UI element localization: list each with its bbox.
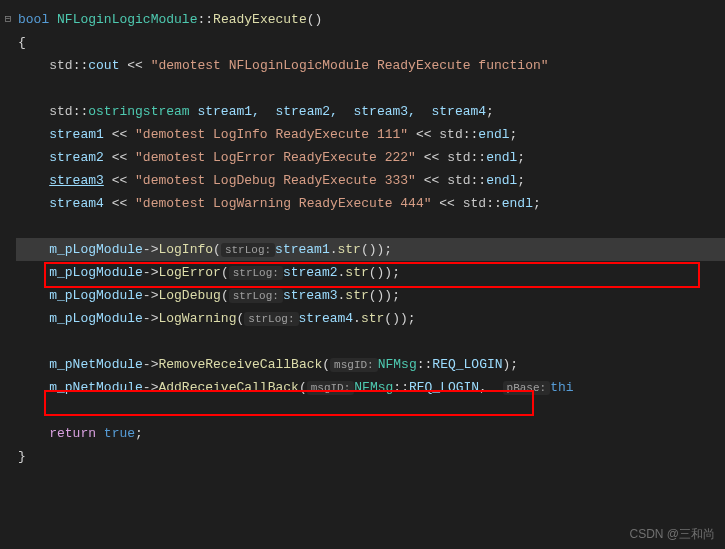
code-line[interactable]: stream2 << "demotest LogError ReadyExecu… <box>16 146 725 169</box>
code-line[interactable]: std::ostringstream stream1, stream2, str… <box>16 100 725 123</box>
code-line[interactable] <box>16 399 725 422</box>
param-hint: pBase: <box>503 381 551 395</box>
function-name: ReadyExecute <box>213 12 307 27</box>
keyword: bool <box>18 12 49 27</box>
code-line[interactable]: return true; <box>16 422 725 445</box>
code-content[interactable]: bool NFLoginLogicModule::ReadyExecute() … <box>0 8 725 468</box>
param-hint: strLog: <box>244 312 298 326</box>
code-line[interactable]: std::cout << "demotest NFLoginLogicModul… <box>16 54 725 77</box>
watermark: CSDN @三和尚 <box>629 526 715 543</box>
stream3-link[interactable]: stream3 <box>49 173 104 188</box>
brace-open: { <box>18 35 26 50</box>
code-line[interactable]: m_pLogModule->LogError(strLog:stream2.st… <box>16 261 725 284</box>
fold-icon[interactable]: ⊟ <box>0 8 16 31</box>
param-hint: strLog: <box>229 289 283 303</box>
param-hint: strLog: <box>221 243 275 257</box>
param-hint: strLog: <box>229 266 283 280</box>
code-line[interactable]: bool NFLoginLogicModule::ReadyExecute() <box>16 8 725 31</box>
code-line[interactable]: m_pLogModule->LogDebug(strLog:stream3.st… <box>16 284 725 307</box>
code-line[interactable] <box>16 330 725 353</box>
code-line[interactable]: stream1 << "demotest LogInfo ReadyExecut… <box>16 123 725 146</box>
code-editor[interactable]: ⊟ bool NFLoginLogicModule::ReadyExecute(… <box>0 0 725 476</box>
param-hint: msgID: <box>307 381 355 395</box>
code-line[interactable]: { <box>16 31 725 54</box>
code-line[interactable]: m_pNetModule->RemoveReceiveCallBack(msgI… <box>16 353 725 376</box>
class-name: NFLoginLogicModule <box>57 12 197 27</box>
code-line[interactable]: stream3 << "demotest LogDebug ReadyExecu… <box>16 169 725 192</box>
code-line-highlighted[interactable]: m_pLogModule->LogInfo(strLog:stream1.str… <box>16 238 725 261</box>
gutter: ⊟ <box>0 8 16 31</box>
return-keyword: return <box>49 426 96 441</box>
code-line[interactable] <box>16 77 725 100</box>
brace-close: } <box>18 449 26 464</box>
code-line[interactable] <box>16 215 725 238</box>
string-literal: "demotest NFLoginLogicModule ReadyExecut… <box>151 58 549 73</box>
code-line[interactable]: m_pNetModule->AddReceiveCallBack(msgID:N… <box>16 376 725 399</box>
code-line[interactable]: } <box>16 445 725 468</box>
param-hint: msgID: <box>330 358 378 372</box>
code-line[interactable]: m_pLogModule->LogWarning(strLog:stream4.… <box>16 307 725 330</box>
code-line[interactable]: stream4 << "demotest LogWarning ReadyExe… <box>16 192 725 215</box>
